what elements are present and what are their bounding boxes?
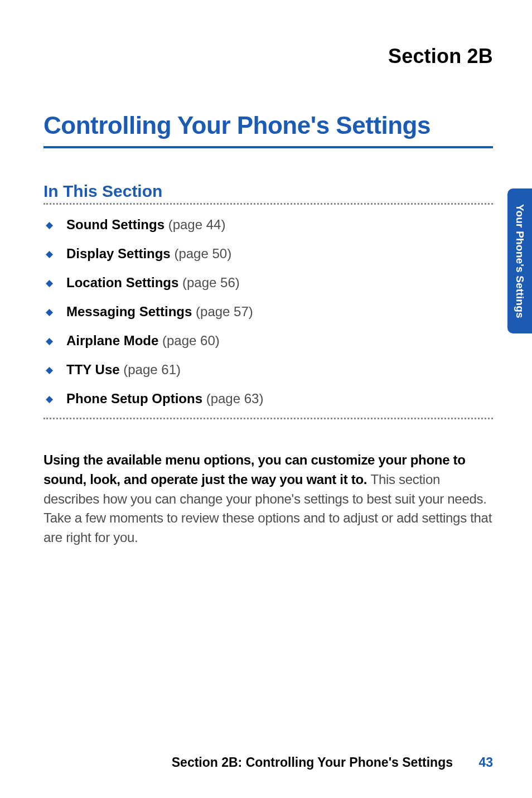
diamond-bullet-icon: ◆ (46, 306, 53, 318)
section-label: Section 2B (43, 45, 493, 68)
toc-item-title: Location Settings (66, 275, 178, 290)
toc-list: ◆ Sound Settings (page 44) ◆ Display Set… (46, 217, 493, 407)
in-this-section-heading: In This Section (43, 182, 493, 201)
footer-page-number: 43 (478, 755, 493, 770)
toc-item-page: (page 61) (120, 362, 181, 377)
toc-item-title: Messaging Settings (66, 304, 192, 319)
diamond-bullet-icon: ◆ (46, 335, 53, 347)
diamond-bullet-icon: ◆ (46, 277, 53, 289)
toc-item: ◆ Display Settings (page 50) (46, 246, 493, 262)
dotted-rule-bottom (43, 418, 493, 419)
toc-item-page: (page 56) (178, 275, 239, 290)
page-footer: Section 2B: Controlling Your Phone's Set… (0, 755, 493, 770)
toc-item: ◆ Sound Settings (page 44) (46, 217, 493, 233)
toc-item-page: (page 60) (158, 333, 219, 348)
toc-item: ◆ TTY Use (page 61) (46, 362, 493, 378)
toc-item: ◆ Messaging Settings (page 57) (46, 304, 493, 320)
diamond-bullet-icon: ◆ (46, 219, 53, 231)
toc-item-page: (page 44) (165, 217, 225, 232)
footer-section: Section 2B: Controlling Your Phone's Set… (172, 755, 453, 770)
toc-item: ◆ Airplane Mode (page 60) (46, 333, 493, 349)
toc-item: ◆ Location Settings (page 56) (46, 275, 493, 291)
side-tab-label: Your Phone's Settings (514, 204, 526, 318)
toc-item-title: Airplane Mode (66, 333, 158, 348)
toc-item-title: Sound Settings (66, 217, 165, 232)
toc-item-page: (page 63) (202, 391, 263, 406)
side-tab: Your Phone's Settings (507, 188, 532, 333)
toc-item-title: Phone Setup Options (66, 391, 202, 406)
diamond-bullet-icon: ◆ (46, 393, 53, 405)
toc-item-title: Display Settings (66, 246, 171, 261)
dotted-rule-top (43, 203, 493, 205)
intro-paragraph: Using the available menu options, you ca… (43, 451, 493, 548)
title-rule (43, 146, 493, 148)
toc-item-title: TTY Use (66, 362, 120, 377)
diamond-bullet-icon: ◆ (46, 248, 53, 260)
chapter-title: Controlling Your Phone's Settings (43, 112, 493, 146)
diamond-bullet-icon: ◆ (46, 364, 53, 376)
toc-item: ◆ Phone Setup Options (page 63) (46, 391, 493, 407)
toc-item-page: (page 57) (192, 304, 253, 319)
toc-item-page: (page 50) (171, 246, 231, 261)
